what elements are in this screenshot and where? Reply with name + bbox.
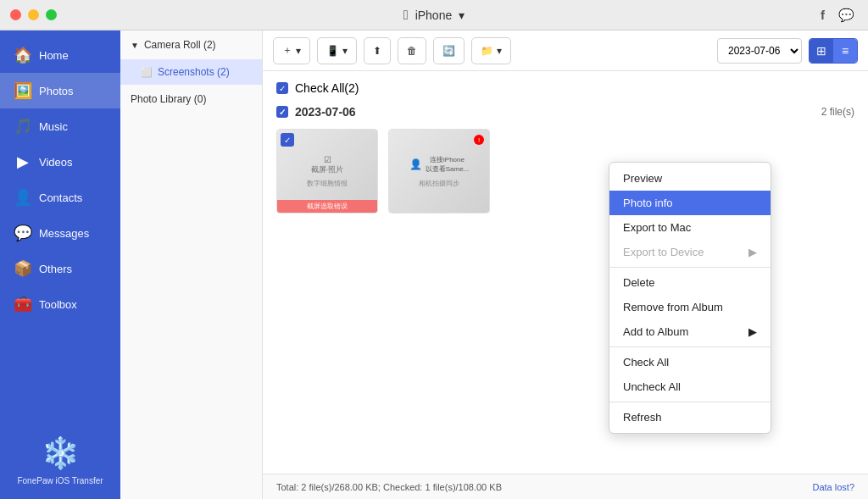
ctx-divider-2	[609, 347, 771, 347]
ctx-check-all[interactable]: Check All	[609, 350, 771, 374]
ctx-delete[interactable]: Delete	[609, 270, 771, 295]
add-chevron: ▾	[296, 45, 301, 57]
sidebar-item-videos[interactable]: ▶ Videos	[0, 144, 120, 180]
sidebar-footer: ❄️ FonePaw iOS Transfer	[3, 422, 116, 499]
sidebar-item-toolbox[interactable]: 🧰 Toolbox	[0, 286, 120, 322]
expand-icon: ▼	[131, 41, 139, 50]
toolbox-icon: 🧰	[14, 295, 32, 313]
ctx-preview[interactable]: Preview	[609, 166, 771, 191]
check-all-checkbox[interactable]: ✓	[276, 82, 288, 94]
facebook-icon[interactable]: f	[821, 8, 825, 23]
photo-1-checkbox[interactable]: ✓	[281, 133, 294, 147]
export-icon: ⬆	[373, 45, 381, 57]
ctx-remove-album-label: Remove from Album	[623, 301, 723, 313]
videos-icon: ▶	[14, 152, 32, 171]
photo-library-label: Photo Library (0)	[131, 93, 206, 105]
main-layout: 🏠 Home 🖼️ Photos 🎵 Music ▶ Videos 👤 Cont…	[0, 30, 868, 499]
sidebar-item-messages[interactable]: 💬 Messages	[0, 215, 120, 251]
folder-chevron: ▾	[497, 45, 502, 57]
titlebar-actions: f 💬	[821, 8, 854, 23]
contacts-icon: 👤	[14, 188, 32, 207]
ctx-photo-info-label: Photo info	[623, 197, 673, 209]
content-area: ＋ ▾ 📱 ▾ ⬆ 🗑 🔄 📁 ▾ 2023-07-06	[263, 30, 868, 499]
device-button[interactable]: 📱 ▾	[317, 37, 357, 64]
device-icon: 📱	[326, 45, 339, 57]
device-chevron: ▾	[342, 45, 348, 57]
ctx-export-device-label: Export to Device	[623, 246, 704, 258]
messages-icon: 💬	[14, 224, 32, 242]
check-all-bar: ✓ Check All(2)	[276, 81, 854, 95]
ctx-export-device[interactable]: Export to Device ▶	[609, 240, 771, 264]
ctx-photo-info[interactable]: Photo info	[609, 191, 771, 215]
export-button[interactable]: ⬆	[364, 37, 391, 64]
date-filter-select[interactable]: 2023-07-06	[717, 38, 802, 64]
photo-item-2[interactable]: 👤 连接iPhone以查看Same... 相机拍摄同步 !	[388, 129, 490, 213]
content-body: ✓ Check All(2) ✓ 2023-07-06 2 file(s) ☑ …	[263, 71, 868, 474]
folder-icon: 📁	[481, 45, 493, 57]
ctx-add-album[interactable]: Add to Album ▶	[609, 319, 771, 344]
sync-icon: 🔄	[442, 45, 455, 57]
folder-button[interactable]: 📁 ▾	[471, 37, 511, 64]
titlebar-center:  iPhone ▾	[403, 8, 465, 23]
photo-item-1[interactable]: ☑ 截屏·照片 数字细胞情报 ✓ 截屏选取错误	[276, 129, 378, 213]
minimize-button[interactable]	[28, 9, 39, 20]
view-toggle: ⊞ ≡	[809, 38, 858, 64]
sidebar-label-home: Home	[39, 49, 69, 62]
ctx-add-album-arrow: ▶	[748, 325, 757, 338]
ctx-uncheck-all[interactable]: Uncheck All	[609, 374, 771, 399]
ctx-refresh[interactable]: Refresh	[609, 405, 771, 430]
ctx-add-album-label: Add to Album	[623, 325, 688, 338]
sidebar-item-music[interactable]: 🎵 Music	[0, 108, 120, 144]
ctx-refresh-label: Refresh	[623, 411, 662, 424]
ctx-export-mac[interactable]: Export to Mac	[609, 215, 771, 240]
sidebar-item-others[interactable]: 📦 Others	[0, 251, 120, 286]
photo-library-item[interactable]: Photo Library (0)	[120, 85, 262, 114]
ctx-export-mac-label: Export to Mac	[623, 221, 691, 234]
sidebar-label-messages: Messages	[39, 227, 89, 240]
date-header: ✓ 2023-07-06 2 file(s)	[276, 105, 854, 119]
sidebar-label-contacts: Contacts	[39, 191, 82, 204]
home-icon: 🏠	[14, 46, 32, 64]
message-icon[interactable]: 💬	[838, 8, 854, 23]
camera-roll-item[interactable]: ▼ Camera Roll (2)	[120, 30, 262, 59]
close-button[interactable]	[10, 9, 21, 20]
add-icon: ＋	[282, 43, 292, 58]
sidebar-label-toolbox: Toolbox	[39, 298, 77, 311]
ctx-delete-label: Delete	[623, 276, 655, 289]
ctx-divider-3	[609, 402, 771, 402]
list-view-button[interactable]: ≡	[833, 39, 857, 63]
status-text: Total: 2 file(s)/268.00 KB; Checked: 1 f…	[276, 482, 502, 492]
check-all-label: Check All(2)	[295, 81, 359, 95]
grid-view-button[interactable]: ⊞	[810, 39, 833, 63]
screenshots-label: Screenshots (2)	[158, 66, 230, 78]
statusbar: Total: 2 file(s)/268.00 KB; Checked: 1 f…	[263, 474, 868, 499]
delete-button[interactable]: 🗑	[398, 37, 426, 64]
photos-icon: 🖼️	[14, 81, 32, 100]
screenshots-item[interactable]: ⬜ Screenshots (2)	[120, 59, 262, 85]
date-header-label: 2023-07-06	[295, 105, 356, 119]
add-button[interactable]: ＋ ▾	[273, 37, 310, 64]
camera-roll-label: Camera Roll (2)	[144, 39, 216, 51]
app-logo-icon: ❄️	[42, 435, 80, 471]
ctx-export-device-arrow: ▶	[748, 246, 757, 258]
file-count: 2 file(s)	[821, 106, 854, 118]
sidebar-item-home[interactable]: 🏠 Home	[0, 37, 120, 73]
date-checkbox[interactable]: ✓	[276, 106, 288, 118]
chevron-down-icon[interactable]: ▾	[459, 8, 465, 22]
ctx-divider-1	[609, 267, 771, 268]
device-name: iPhone	[415, 8, 453, 22]
photo-thumb-inner-2: 👤 连接iPhone以查看Same... 相机拍摄同步 !	[389, 130, 489, 213]
window-controls	[10, 9, 57, 20]
titlebar:  iPhone ▾ f 💬	[0, 0, 868, 30]
data-lost-link[interactable]: Data lost?	[812, 482, 854, 492]
music-icon: 🎵	[14, 117, 32, 136]
maximize-button[interactable]	[46, 9, 57, 20]
sidebar-item-contacts[interactable]: 👤 Contacts	[0, 180, 120, 215]
sidebar-item-photos[interactable]: 🖼️ Photos	[0, 73, 120, 108]
sidebar-label-photos: Photos	[39, 85, 73, 97]
sidebar-label-videos: Videos	[39, 156, 73, 169]
sidebar-label-others: Others	[39, 263, 72, 275]
toolbar: ＋ ▾ 📱 ▾ ⬆ 🗑 🔄 📁 ▾ 2023-07-06	[263, 30, 868, 71]
sync-button[interactable]: 🔄	[433, 37, 465, 64]
ctx-remove-album[interactable]: Remove from Album	[609, 295, 771, 319]
